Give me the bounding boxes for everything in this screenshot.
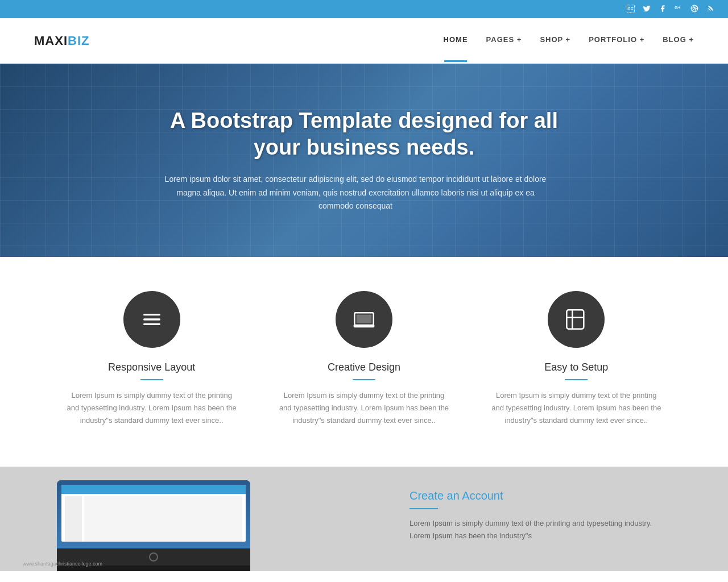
feature-desc-setup: Lorem Ipsum is simply dummy text of the …: [491, 389, 661, 427]
nav-shop[interactable]: SHOP +: [540, 35, 570, 46]
feature-responsive: Responsive Layout Lorem Ipsum is simply …: [67, 291, 237, 427]
header: MAXIBIZ HOME PAGES + SHOP + PORTFOLIO + …: [0, 18, 728, 64]
top-bar:  G+: [0, 0, 728, 18]
device-screen-content: [61, 494, 246, 542]
feature-setup: Easy to Setup Lorem Ipsum is simply dumm…: [491, 291, 661, 427]
feature-title-setup: Easy to Setup: [544, 361, 608, 373]
facebook-icon2[interactable]: [659, 5, 667, 14]
feature-divider-setup: [565, 379, 588, 380]
logo-maxi: MAXI: [34, 34, 68, 48]
feature-title-responsive: Responsive Layout: [108, 361, 195, 373]
device-screen-sidebar: [65, 496, 82, 542]
svg-text:G+: G+: [675, 5, 681, 10]
device-screen-header: [61, 485, 246, 494]
menu-icon: [140, 308, 163, 331]
bottom-section: Create an Account Lorem Ipsum is simply …: [0, 467, 728, 571]
bottom-text-area: Create an Account Lorem Ipsum is simply …: [410, 489, 671, 542]
feature-icon-creative: [336, 291, 392, 348]
nav-home[interactable]: HOME: [444, 35, 468, 46]
book-icon: [565, 308, 588, 331]
bottom-title-divider: [410, 508, 438, 509]
hero-description: Lorem ipsum dolor sit amet, consectetur …: [162, 173, 549, 213]
googleplus-icon[interactable]: G+: [675, 5, 682, 14]
feature-divider-responsive: [140, 379, 163, 380]
feature-icon-setup: [548, 291, 605, 348]
device-home-button: [149, 552, 158, 562]
svg-point-2: [708, 10, 708, 11]
svg-rect-4: [143, 318, 160, 320]
main-nav: HOME PAGES + SHOP + PORTFOLIO + BLOG +: [444, 35, 694, 46]
rss-icon[interactable]: [706, 5, 714, 14]
laptop-icon: [353, 308, 375, 331]
dribbble-icon[interactable]: [690, 5, 698, 14]
logo-biz: BIZ: [68, 34, 89, 48]
feature-desc-creative: Lorem Ipsum is simply dummy text of the …: [279, 389, 449, 427]
hero-title: A Bootstrap Template designed for all yo…: [162, 107, 566, 161]
device-screen: [57, 480, 250, 548]
svg-rect-7: [357, 315, 372, 323]
nav-pages[interactable]: PAGES +: [486, 35, 522, 46]
feature-creative: Creative Design Lorem Ipsum is simply du…: [279, 291, 449, 427]
hero-section: A Bootstrap Template designed for all yo…: [0, 64, 728, 257]
device-mockup: [57, 480, 250, 571]
logo[interactable]: MAXIBIZ: [34, 34, 89, 48]
feature-title-creative: Creative Design: [328, 361, 400, 373]
features-section: Responsive Layout Lorem Ipsum is simply …: [0, 257, 728, 467]
website-label: www.shantagachristiancollege.com: [23, 561, 102, 567]
nav-portfolio[interactable]: PORTFOLIO +: [589, 35, 644, 46]
device-screen-main: [84, 496, 242, 542]
feature-desc-responsive: Lorem Ipsum is simply dummy text of the …: [67, 389, 237, 427]
svg-rect-3: [143, 314, 160, 315]
feature-icon-responsive: [123, 291, 180, 348]
facebook-icon[interactable]: : [627, 5, 635, 14]
svg-rect-5: [143, 323, 160, 325]
bottom-description: Lorem Ipsum is simply dummy text of the …: [410, 517, 671, 542]
nav-blog[interactable]: BLOG +: [663, 35, 694, 46]
device-screen-inner: [61, 485, 246, 542]
hero-content: A Bootstrap Template designed for all yo…: [151, 96, 577, 225]
feature-divider-creative: [353, 379, 375, 380]
twitter-icon[interactable]: [643, 5, 651, 14]
bottom-title: Create an Account: [410, 489, 671, 502]
